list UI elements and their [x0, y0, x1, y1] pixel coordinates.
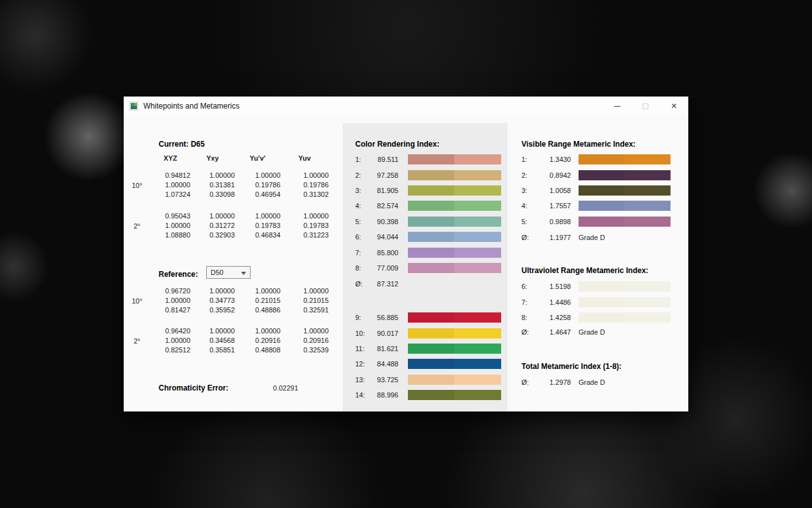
whitepoint-value-column: 1.000000.210150.32591 [280, 286, 329, 315]
maximize-button[interactable] [631, 97, 660, 116]
color-swatch [408, 263, 501, 273]
column-header-yuv-prime: Yu'v' [235, 154, 280, 162]
reference-select[interactable]: D50 [206, 266, 251, 279]
maximize-icon [643, 104, 648, 109]
metameric-row: 5:0.9898 [521, 214, 671, 229]
whitepoint-value-column: 0.950431.000001.08880 [150, 211, 190, 240]
close-button[interactable]: ✕ [660, 97, 688, 116]
current-whitepoint-label: Current: D65 [159, 140, 205, 149]
color-swatch [579, 201, 671, 211]
row-value: 84.488 [355, 360, 398, 368]
total-mi-grade: Grade D [579, 378, 605, 386]
row-value: 56.885 [355, 314, 398, 321]
column-header-yuv: Yuv [280, 154, 329, 162]
color-swatch [408, 359, 501, 369]
row-value: 97.258 [355, 171, 398, 179]
total-mi-title: Total Metameric Index (1-8): [521, 362, 622, 371]
metameric-row: 7:1.4486 [521, 294, 671, 309]
cri-row: 4:82.574 [355, 198, 501, 213]
observer-label: 2° [124, 337, 150, 345]
current-2deg-values: 2°0.950431.000001.088801.000000.312720.3… [124, 211, 329, 240]
uv-mi-grade: Grade D [579, 328, 605, 336]
row-value: 93.725 [355, 376, 398, 384]
window-controls: ✕ [603, 97, 688, 116]
visible-mi-title: Visible Range Metameric Index: [521, 140, 636, 149]
reference-selected-value: D50 [211, 269, 223, 276]
row-value: 89.511 [355, 156, 398, 163]
cri-row: 12:84.488 [355, 356, 501, 371]
current-10deg-values: 10°0.948121.000001.073241.000000.313810.… [124, 171, 329, 199]
whitepoint-value-column: 0.948121.000001.07324 [150, 171, 190, 199]
cri-row: 11:81.621 [355, 341, 501, 356]
metameric-row: 1:1.3430 [521, 152, 671, 167]
cri-row: 6:94.044 [355, 229, 501, 244]
uv-mi-average-row: Ø: 1.4647 Grade D [521, 326, 671, 337]
observer-label: 10° [124, 182, 150, 189]
whitepoint-value-column: 1.000000.347730.35952 [190, 286, 235, 315]
uv-mi-average-value: 1.4647 [521, 328, 571, 336]
cri-row: 9:56.885 [355, 310, 501, 325]
reference-label: Reference: [159, 270, 198, 279]
row-value: 1.4486 [521, 298, 571, 306]
row-value: 77.009 [355, 264, 398, 272]
whitepoint-value-column: 1.000000.313810.33098 [190, 171, 235, 199]
uv-mi-rows: 6:1.51987:1.44868:1.4258 [521, 279, 671, 325]
row-value: 82.574 [355, 202, 398, 210]
row-value: 90.398 [355, 218, 398, 225]
row-value: 1.4258 [521, 314, 571, 321]
cri-row: 3:81.905 [355, 183, 501, 198]
cri-row: 1:89.511 [355, 152, 501, 167]
row-value: 0.9898 [521, 218, 571, 225]
close-icon: ✕ [671, 102, 677, 110]
minimize-button[interactable] [603, 97, 631, 116]
metameric-row: 3:1.0058 [521, 183, 671, 198]
color-swatch [408, 390, 501, 400]
app-icon [129, 102, 138, 110]
minimize-icon [614, 106, 620, 107]
metameric-row: 4:1.7557 [521, 198, 671, 213]
titlebar[interactable]: Whitepoints and Metamerics ✕ [124, 97, 688, 116]
color-swatch [408, 344, 501, 354]
color-swatch [408, 375, 501, 385]
visible-mi-average-row: Ø: 1.1977 Grade D [521, 232, 671, 243]
row-value: 85.800 [355, 249, 398, 257]
metameric-row: 8:1.4258 [521, 310, 671, 325]
row-value: 88.996 [355, 391, 398, 399]
uv-mi-title: Ultraviolet Range Metameric Index: [521, 266, 648, 275]
color-swatch [579, 217, 671, 227]
cri-rows-1-8: 1:89.5112:97.2583:81.9054:82.5745:90.398… [355, 152, 501, 276]
color-swatch [408, 248, 501, 258]
whitepoint-value-column: 1.000000.197830.31223 [280, 211, 329, 240]
cri-row: 7:85.800 [355, 244, 501, 260]
color-swatch [579, 170, 671, 180]
row-value: 1.3430 [521, 156, 571, 163]
cri-row: 14:88.996 [355, 387, 501, 403]
row-value: 90.017 [355, 330, 398, 337]
whitepoint-value-column: 1.000000.210150.48886 [235, 286, 280, 315]
color-swatch [408, 154, 501, 164]
cri-title: Color Rendering Index: [355, 140, 440, 149]
color-swatch [579, 297, 671, 307]
metameric-row: 6:1.5198 [521, 279, 671, 294]
visible-mi-average-value: 1.1977 [521, 234, 571, 241]
row-value: 81.905 [355, 187, 398, 194]
metameric-row: 2:0.8942 [521, 167, 671, 182]
color-swatch [408, 312, 501, 323]
whitepoint-value-column: 1.000000.209160.32539 [280, 326, 329, 355]
cri-row: 10:90.017 [355, 325, 501, 340]
column-header-xyz: XYZ [150, 154, 190, 162]
color-swatch [579, 185, 671, 196]
whitepoint-value-column: 1.000000.197860.31302 [280, 171, 329, 199]
chevron-down-icon [241, 272, 246, 275]
color-swatch [408, 185, 501, 196]
row-value: 1.5198 [521, 283, 571, 290]
color-swatch [408, 232, 501, 242]
color-swatch [408, 328, 501, 338]
column-header-yxy: Yxy [190, 154, 235, 162]
cri-rows-9-14: 9:56.88510:90.01711:81.62112:84.48813:93… [355, 310, 501, 403]
chromaticity-error-value: 0.02291 [238, 384, 298, 392]
row-value: 94.044 [355, 233, 398, 241]
whitepoint-value-column: 0.967201.000000.81427 [150, 286, 190, 315]
whitepoint-value-column: 0.964201.000000.82512 [150, 326, 190, 355]
total-mi-average-row: Ø: 1.2978 Grade D [521, 377, 671, 387]
